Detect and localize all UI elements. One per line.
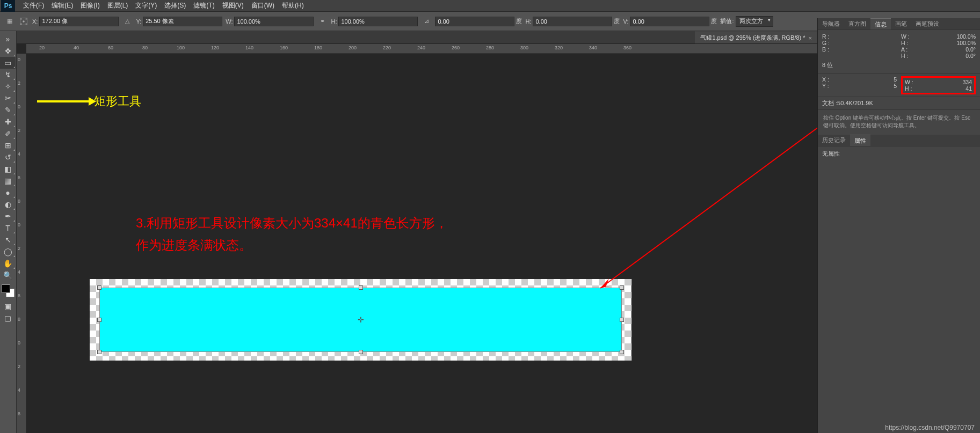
pen-tool[interactable]: ✒: [0, 210, 16, 222]
ruler-v-tick: 4: [18, 387, 20, 393]
info-x-label: X :: [822, 76, 834, 83]
handle-bc[interactable]: [359, 350, 363, 354]
close-tab-icon[interactable]: ×: [809, 35, 812, 41]
document-tab-title: 气罐1.psd @ 295% (进度条满, RGB/8) *: [700, 34, 805, 42]
handle-mr[interactable]: [620, 318, 624, 322]
shape-tool[interactable]: ◯: [0, 246, 16, 258]
ruler-h-tick: 120: [211, 45, 219, 50]
opt-h-label: H:: [331, 18, 337, 25]
path-tool[interactable]: ↖: [0, 234, 16, 246]
stamp-tool[interactable]: ⊞: [0, 140, 16, 151]
menu-filter[interactable]: 滤镜(T): [190, 0, 218, 11]
tab-navigator[interactable]: 导航器: [818, 18, 844, 30]
menu-layer[interactable]: 图层(L): [104, 0, 132, 11]
healing-tool[interactable]: ✚: [0, 116, 16, 128]
info-hint: 按住 Option 键单击可移动中心点。按 Enter 键可提交。按 Esc 键…: [822, 112, 976, 131]
info-w2-label: W :: [905, 79, 917, 85]
eraser-tool[interactable]: ◧: [0, 163, 16, 175]
document-tab[interactable]: 气罐1.psd @ 295% (进度条满, RGB/8) * ×: [695, 32, 817, 43]
info-h2-label: H :: [905, 85, 917, 92]
menu-select[interactable]: 选择(S): [161, 0, 190, 11]
opt-h2-field[interactable]: [533, 17, 612, 26]
svg-point-3: [26, 18, 27, 19]
eyedropper-tool[interactable]: ✎: [0, 104, 16, 116]
type-tool[interactable]: T: [0, 222, 16, 234]
fg-color[interactable]: [2, 284, 10, 293]
gradient-tool[interactable]: ▦: [0, 175, 16, 187]
refpoint-icon[interactable]: [18, 16, 29, 27]
ruler-h-tick: 240: [417, 45, 425, 50]
color-swatch[interactable]: [2, 284, 14, 297]
transform-tool-icon[interactable]: ▦: [4, 16, 15, 27]
tool-bar: » ✥ ▭ ↯ ✧ ✂ ✎ ✚ ✐ ⊞ ↺ ◧ ▦ ● ◐ ✒ T ↖ ◯ ✋ …: [0, 31, 17, 433]
history-brush-tool[interactable]: ↺: [0, 151, 16, 163]
ruler-v-tick: 0: [18, 104, 20, 109]
ruler-h-tick: 100: [177, 45, 185, 50]
handle-ml[interactable]: [97, 318, 101, 322]
info-w1-label: W :: [901, 33, 913, 40]
info-h1-label: H :: [901, 40, 913, 46]
ruler-v-tick: 4: [18, 151, 20, 157]
menu-view[interactable]: 视图(V): [219, 0, 248, 11]
crop-tool[interactable]: ✂: [0, 92, 16, 104]
ruler-h-tick: 200: [349, 45, 357, 50]
screenmode-icon[interactable]: ▢: [0, 312, 16, 324]
ruler-v-tick: 0: [18, 222, 20, 227]
tab-brush[interactable]: 画笔: [891, 18, 911, 30]
opt-x-field[interactable]: [39, 17, 119, 26]
opt-h-field[interactable]: [338, 17, 418, 26]
marquee-tool[interactable]: ▭: [0, 57, 16, 69]
expand-icon[interactable]: »: [0, 33, 16, 45]
svg-point-2: [20, 18, 21, 19]
props-panel-tabs: 历史记录 属性: [818, 135, 980, 146]
ruler-horizontal: 2040608010012014016018020022024026028030…: [26, 44, 817, 54]
brush-tool[interactable]: ✐: [0, 128, 16, 140]
handle-br[interactable]: [620, 350, 624, 354]
tab-history[interactable]: 历史记录: [818, 135, 850, 146]
handle-tl[interactable]: [97, 285, 101, 290]
info-g-label: G :: [822, 40, 834, 46]
tab-histogram[interactable]: 直方图: [844, 18, 870, 30]
ruler-h-tick: 20: [39, 45, 45, 50]
opt-interp-dropdown[interactable]: 两次立方: [736, 16, 773, 27]
document-tab-bar: 气罐1.psd @ 295% (进度条满, RGB/8) * ×: [17, 31, 817, 44]
menu-help[interactable]: 帮助(H): [278, 0, 308, 11]
blur-tool[interactable]: ●: [0, 187, 16, 199]
opt-angle-field[interactable]: [435, 17, 514, 26]
opt-y-field[interactable]: [143, 17, 222, 26]
tab-properties[interactable]: 属性: [850, 135, 870, 146]
menu-window[interactable]: 窗口(W): [248, 0, 278, 11]
ruler-v-tick: 8: [18, 317, 20, 322]
menu-file[interactable]: 文件(F): [19, 0, 48, 11]
svg-point-5: [26, 23, 27, 24]
menu-edit[interactable]: 编辑(E): [48, 0, 77, 11]
menu-text[interactable]: 文字(Y): [132, 0, 161, 11]
opt-w-label: W:: [226, 18, 233, 25]
info-a1-label: A :: [901, 46, 913, 53]
lasso-tool[interactable]: ↯: [0, 69, 16, 80]
tab-brush-presets[interactable]: 画笔预设: [911, 18, 943, 30]
opt-w-field[interactable]: [234, 17, 314, 26]
dodge-tool[interactable]: ◐: [0, 199, 16, 210]
info-y-val: 5: [894, 83, 897, 89]
canvas-area[interactable]: 气罐1.psd @ 295% (进度条满, RGB/8) * × 2040608…: [17, 31, 817, 433]
info-w2-val: 334: [962, 79, 972, 85]
ruler-vertical: 0202468024680246: [17, 54, 26, 433]
delta-icon[interactable]: △: [122, 16, 133, 27]
move-tool[interactable]: ✥: [0, 45, 16, 57]
tab-info[interactable]: 信息: [870, 18, 891, 30]
svg-line-6: [600, 106, 817, 288]
ruler-v-tick: 0: [18, 57, 20, 62]
quickmask-icon[interactable]: ▣: [0, 300, 16, 312]
ruler-h-tick: 360: [623, 45, 631, 50]
handle-bl[interactable]: [97, 350, 101, 354]
info-w1-val: 100.0%: [956, 33, 976, 40]
zoom-tool[interactable]: 🔍: [0, 269, 16, 281]
ruler-v-tick: 2: [18, 364, 20, 369]
link-icon[interactable]: ⚭: [317, 16, 328, 27]
menu-image[interactable]: 图像(I): [77, 0, 103, 11]
handle-tc[interactable]: [359, 285, 363, 290]
magic-wand-tool[interactable]: ✧: [0, 80, 16, 92]
hand-tool[interactable]: ✋: [0, 258, 16, 269]
opt-v-field[interactable]: [630, 17, 709, 26]
